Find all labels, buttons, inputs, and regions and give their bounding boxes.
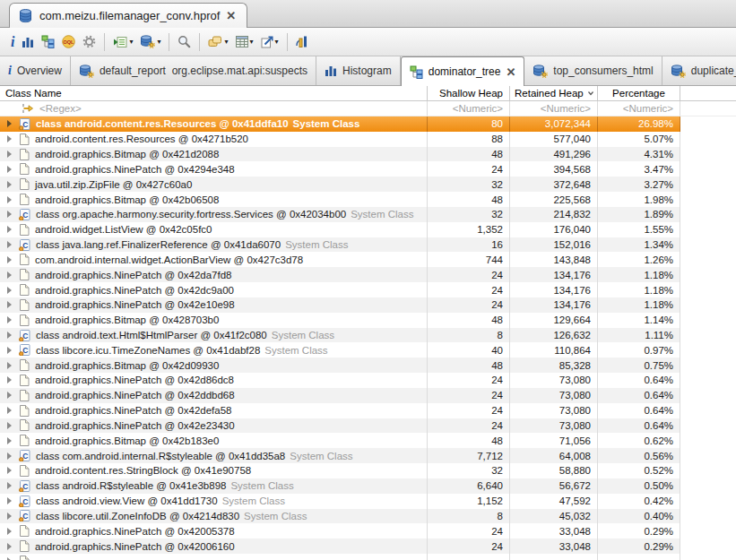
editor-tab-title: com.meizu.filemanager_conv.hprof <box>39 9 220 22</box>
expand-triangle-icon[interactable] <box>7 392 12 399</box>
dropdown-arrow-icon: ▾ <box>129 39 133 46</box>
expand-triangle-icon[interactable] <box>7 452 12 460</box>
expand-triangle-icon[interactable] <box>7 543 12 550</box>
toolbar-calculator-button[interactable]: ▾ <box>232 33 257 50</box>
table-row[interactable]: Cclass libcore.util.ZoneInfoDB @ 0x4214d… <box>0 509 736 524</box>
expand-triangle-icon[interactable] <box>7 287 12 294</box>
toolbar-export-button[interactable]: ▾ <box>257 33 282 51</box>
expand-triangle-icon[interactable] <box>7 181 12 188</box>
table-row[interactable]: java.util.zip.ZipFile @ 0x427c60a032372,… <box>0 177 736 192</box>
table-row[interactable]: android.graphics.Bitmap @ 0x42b065084822… <box>0 192 736 207</box>
editor-tab-hprof[interactable]: com.meizu.filemanager_conv.hprof ✕ <box>9 3 247 28</box>
toolbar-dominator-tree-button[interactable] <box>38 32 58 51</box>
editor-tab-close-icon[interactable]: ✕ <box>226 10 236 22</box>
expand-triangle-icon[interactable] <box>7 301 12 308</box>
toolbar-histogram-button[interactable] <box>18 33 38 51</box>
expand-triangle-icon[interactable] <box>7 211 12 218</box>
expand-triangle-icon[interactable] <box>7 166 12 173</box>
table-body: Cclass android.content.res.Resources @ 0… <box>0 116 736 554</box>
class-name-cell: Cclass com.android.internal.R$styleable … <box>0 448 428 463</box>
table-row[interactable]: Cclass android.text.Html$HtmlParser @ 0x… <box>0 328 736 343</box>
toolbar: iOQL▾▾▾▾▾ <box>0 28 736 56</box>
table-row[interactable]: android.widget.ListView @ 0x42c05fc01,35… <box>0 222 736 237</box>
regex-filter-field[interactable]: <Regex> <box>0 101 428 116</box>
table-row[interactable]: android.graphics.NinePatch @ 0x42defa582… <box>0 403 736 418</box>
table-row[interactable]: Cclass android.view.View @ 0x41dd1730Sys… <box>0 494 736 509</box>
expand-triangle-icon[interactable] <box>7 347 12 354</box>
table-row[interactable]: android.content.res.Resources @ 0x4271b5… <box>0 132 736 147</box>
table-row[interactable]: android.graphics.Bitmap @ 0x421d20884849… <box>0 147 736 162</box>
expand-triangle-icon[interactable] <box>7 376 12 383</box>
dropdown-arrow-icon: ▾ <box>275 39 279 46</box>
expand-triangle-icon[interactable] <box>7 528 12 535</box>
expand-triangle-icon[interactable] <box>7 316 12 323</box>
expand-triangle-icon[interactable] <box>7 332 12 339</box>
table-row[interactable]: android.graphics.NinePatch @ 0x42e10e982… <box>0 297 736 313</box>
expand-triangle-icon[interactable] <box>7 467 12 474</box>
shallow-heap-cell: 24 <box>428 523 510 538</box>
table-row[interactable]: Cclass libcore.icu.TimeZoneNames @ 0x41d… <box>0 342 736 358</box>
toolbar-gear-button[interactable] <box>79 32 100 51</box>
column-header-class-name[interactable]: Class Name <box>0 86 428 100</box>
tab-duplicate_classes[interactable]: duplicate_classes <box>662 56 736 85</box>
percentage-cell: 1.55% <box>598 222 680 237</box>
toolbar-group-button[interactable]: ▾ <box>204 33 231 50</box>
expand-triangle-icon[interactable] <box>7 256 12 263</box>
expand-triangle-icon[interactable] <box>7 271 12 279</box>
toolbar-info-button[interactable]: i <box>7 32 18 52</box>
tab-top_consumers_html[interactable]: top_consumers_html <box>524 56 662 85</box>
class-name-label: class android.view.View @ 0x41dd1730 <box>36 495 218 506</box>
expand-triangle-icon[interactable] <box>7 422 12 429</box>
column-header-shallow-heap[interactable]: Shallow Heap <box>428 86 510 100</box>
table-row[interactable]: android.content.res.StringBlock @ 0x41e9… <box>0 463 736 478</box>
column-header-retained-heap[interactable]: Retained Heap <box>510 86 598 100</box>
expand-triangle-icon[interactable] <box>7 241 12 248</box>
toolbar-expert-menu-button[interactable]: ▾ <box>109 33 136 51</box>
percentage-filter-field[interactable]: <Numeric> <box>598 101 680 116</box>
table-row[interactable]: Cclass java.lang.ref.FinalizerReference … <box>0 237 736 253</box>
table-row[interactable]: android.graphics.Bitmap @ 0x42b183e04871… <box>0 433 736 448</box>
table-row[interactable]: com.android.internal.widget.ActionBarVie… <box>0 252 736 267</box>
table-row[interactable]: Cclass com.android.internal.R$styleable … <box>0 448 736 463</box>
toolbar-search-button[interactable] <box>174 32 195 51</box>
table-header: Class Name Shallow Heap Retained Heap Pe… <box>0 86 736 101</box>
table-row[interactable]: android.graphics.NinePatch @ 0x4294e3482… <box>0 161 736 177</box>
table-row[interactable]: Cclass android.R$styleable @ 0x41e3b898S… <box>0 478 736 494</box>
expand-triangle-icon[interactable] <box>7 437 12 444</box>
table-row[interactable]: Cclass android.content.res.Resources @ 0… <box>0 116 736 132</box>
expand-triangle-icon[interactable] <box>7 196 12 203</box>
tab-default_report[interactable]: default_report org.eclipse.mat.api:suspe… <box>71 56 316 85</box>
table-row[interactable]: android.graphics.NinePatch @ 0x42da7fd82… <box>0 267 736 282</box>
table-row[interactable]: android.graphics.NinePatch @ 0x42d86dc82… <box>0 373 736 388</box>
shallow-heap-filter-field[interactable]: <Numeric> <box>428 101 510 116</box>
class-name-cell: Cclass android.view.View @ 0x41dd1730Sys… <box>0 494 428 509</box>
expand-triangle-icon[interactable] <box>7 151 12 158</box>
expand-triangle-icon[interactable] <box>7 482 12 489</box>
class-name-cell: android.graphics.NinePatch @ 0x4294e348 <box>0 161 428 177</box>
table-row[interactable]: android.graphics.NinePatch @ 0x42ddbd682… <box>0 388 736 403</box>
expand-triangle-icon[interactable] <box>7 497 12 504</box>
toolbar-compare-button[interactable] <box>292 32 312 51</box>
expand-triangle-icon[interactable] <box>7 120 12 127</box>
expand-triangle-icon[interactable] <box>7 226 12 233</box>
tab-overview[interactable]: iOverview <box>0 56 71 85</box>
table-row[interactable]: android.graphics.Bitmap @ 0x428703b04812… <box>0 313 736 328</box>
table-row[interactable]: android.graphics.NinePatch @ 0x420053782… <box>0 523 736 538</box>
expand-triangle-icon[interactable] <box>7 407 12 414</box>
retained-heap-filter-field[interactable]: <Numeric> <box>510 101 598 116</box>
table-row[interactable]: android.graphics.NinePatch @ 0x42e234302… <box>0 418 736 434</box>
calculator-icon <box>236 36 248 47</box>
table-row[interactable]: android.graphics.NinePatch @ 0x420061602… <box>0 538 736 554</box>
table-row[interactable]: android.graphics.Bitmap @ 0x42d099304885… <box>0 358 736 373</box>
toolbar-heap-gear-button[interactable]: ▾ <box>136 32 164 51</box>
expand-triangle-icon[interactable] <box>7 513 12 520</box>
expand-triangle-icon[interactable] <box>7 135 12 142</box>
table-row[interactable]: Cclass org.apache.harmony.security.fortr… <box>0 207 736 222</box>
tab-dominator_tree[interactable]: dominator_tree✕ <box>401 56 525 86</box>
expand-triangle-icon[interactable] <box>7 362 12 369</box>
tab-histogram[interactable]: Histogram <box>316 56 401 85</box>
column-header-percentage[interactable]: Percentage <box>598 86 680 100</box>
toolbar-oql-button[interactable]: OQL <box>58 32 79 51</box>
tab-close-icon[interactable]: ✕ <box>506 66 515 78</box>
table-row[interactable]: android.graphics.NinePatch @ 0x42dc9a002… <box>0 282 736 297</box>
